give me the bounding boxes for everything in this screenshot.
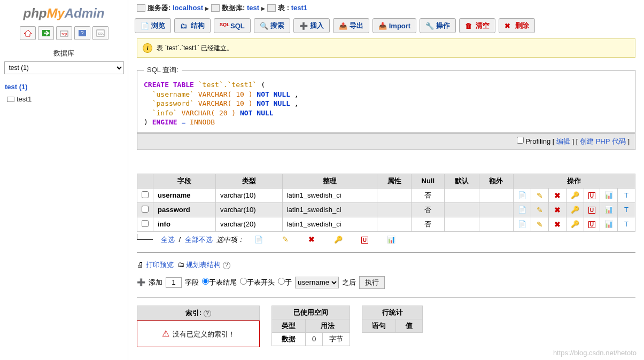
tabs: 📄浏览 🗂结构 SQLSQL 🔍搜索 ➕插入 📤导出 📥Import 🔧操作 🗑… [128, 18, 644, 38]
fulltext-icon[interactable]: T [622, 220, 631, 228]
table-row: username varchar(10) latin1_swedish_ci 否… [137, 188, 635, 202]
sql-footer: Profiling [ 编辑 ] [ 创建 PHP 代码 ] [137, 133, 635, 150]
primary-icon[interactable]: 🔑 [571, 191, 579, 199]
fulltext-icon[interactable]: T [622, 206, 631, 213]
go-button[interactable]: 执行 [359, 276, 385, 289]
index-icon[interactable]: 📊 [604, 191, 613, 199]
help-icon[interactable]: ? [204, 310, 211, 317]
breadcrumb-server[interactable]: localhost [173, 4, 203, 12]
query-window-icon[interactable]: SQL [92, 26, 108, 40]
browse-icon[interactable]: 📄 [518, 206, 526, 213]
browse-selected-icon[interactable]: 📄 [254, 236, 263, 244]
warning-icon: ⚠ [162, 329, 169, 338]
sql-code: CREATE TABLE `test`.`test1` ( `username`… [144, 79, 629, 132]
drop-icon[interactable]: ✖ [553, 220, 562, 228]
browse-icon[interactable]: 📄 [518, 220, 526, 228]
svg-marker-0 [24, 30, 32, 36]
print-preview-link[interactable]: 打印预览 [146, 261, 174, 269]
drop-icon[interactable]: ✖ [553, 206, 562, 213]
table-row: password varchar(10) latin1_swedish_ci 否… [137, 202, 635, 217]
tab-empty[interactable]: 🗑清空 [459, 18, 495, 33]
row-checkbox[interactable] [142, 220, 149, 227]
logo: phpMyAdmin [2, 3, 126, 26]
breadcrumb-table[interactable]: test1 [291, 4, 307, 12]
print-propose-row: 🖨 打印预览 🗂 规划表结构 ? [137, 258, 635, 274]
row-checkbox[interactable] [142, 206, 149, 213]
watermark: https://blog.csdn.net/hetoto [553, 349, 637, 357]
help-icon[interactable]: ? [223, 262, 230, 269]
propose-structure-link[interactable]: 规划表结构 [186, 261, 221, 269]
create-php-link[interactable]: 创建 PHP 代码 [580, 137, 626, 145]
after-field-select[interactable]: username [295, 277, 339, 288]
breadcrumb: 服务器: localhost ▸ 数据库: test ▸ 表 : test1 [128, 0, 644, 18]
select-all-link[interactable]: 全选 [161, 236, 175, 244]
primary-icon[interactable]: 🔑 [571, 206, 579, 213]
row-stats-table: 行统计 语句值 [362, 306, 423, 333]
edit-icon[interactable]: ✎ [536, 191, 544, 199]
index-selected-icon[interactable]: 📊 [386, 236, 396, 244]
tab-drop[interactable]: ✖删除 [499, 18, 535, 33]
database-select[interactable]: test (1) [4, 61, 124, 74]
at-end-radio[interactable] [202, 278, 209, 285]
table-list-item[interactable]: test1 [2, 93, 126, 105]
space-usage-table: 已使用空间 类型用法 数据0字节 [271, 306, 350, 346]
tab-sql[interactable]: SQLSQL [214, 18, 251, 33]
sidebar-icons: SQL ? SQL [2, 26, 126, 45]
unique-icon[interactable]: U [588, 221, 595, 228]
index-icon[interactable]: 📊 [604, 220, 613, 228]
sql-query-box: SQL 查询: CREATE TABLE `test`.`test1` ( `u… [137, 65, 635, 133]
edit-sql-link[interactable]: 编辑 [556, 137, 570, 145]
table-icon [267, 4, 276, 12]
add-field-icon: ➕ [137, 278, 145, 286]
no-index-warning: ⚠没有已定义的索引！ [137, 320, 260, 347]
svg-text:SQL: SQL [61, 33, 68, 36]
tab-operations[interactable]: 🔧操作 [420, 18, 456, 33]
drop-icon[interactable]: ✖ [553, 191, 562, 199]
profiling-checkbox[interactable] [517, 137, 524, 144]
tab-search[interactable]: 🔍搜索 [254, 18, 290, 33]
tab-browse[interactable]: 📄浏览 [135, 18, 171, 33]
database-icon [211, 4, 220, 12]
database-label: 数据库 [2, 45, 126, 61]
add-fields-row: ➕添加 字段 于表结尾 于表开头 于 username 之后 执行 [137, 274, 635, 295]
print-icon: 🖨 [137, 261, 144, 269]
tab-export[interactable]: 📤导出 [333, 18, 369, 33]
table-row: info varchar(20) latin1_swedish_ci 否 📄 ✎… [137, 217, 635, 231]
at-begin-radio[interactable] [240, 278, 247, 285]
edit-icon[interactable]: ✎ [536, 206, 544, 213]
home-icon[interactable] [20, 26, 36, 40]
primary-selected-icon[interactable]: 🔑 [333, 236, 343, 244]
current-database[interactable]: test (1) [2, 82, 126, 93]
unselect-all-link[interactable]: 全部不选 [185, 236, 213, 244]
browse-icon[interactable]: 📄 [518, 191, 526, 199]
tab-structure[interactable]: 🗂结构 [174, 18, 211, 33]
after-radio[interactable] [278, 278, 285, 285]
indexes-title: 索引: ? [137, 306, 260, 320]
sql-legend: SQL 查询: [144, 65, 182, 75]
drop-selected-icon[interactable]: ✖ [307, 235, 316, 244]
edit-selected-icon[interactable]: ✎ [281, 235, 290, 244]
exit-icon[interactable] [38, 26, 54, 40]
edit-icon[interactable]: ✎ [536, 220, 544, 228]
unique-icon[interactable]: U [588, 207, 595, 214]
row-checkbox[interactable] [142, 191, 149, 198]
unique-icon[interactable]: U [588, 192, 595, 199]
tab-import[interactable]: 📥Import [373, 18, 416, 33]
structure-table: 字段 类型 整理 属性 Null 默认 额外 操作 username varch… [137, 174, 635, 232]
info-icon: i [143, 43, 152, 53]
add-count-input[interactable] [166, 277, 182, 288]
help-icon[interactable]: ? [74, 26, 90, 40]
table-icon [7, 97, 14, 102]
primary-icon[interactable]: 🔑 [571, 220, 579, 228]
sql-icon[interactable]: SQL [56, 26, 72, 40]
tab-insert[interactable]: ➕插入 [293, 18, 330, 33]
propose-icon: 🗂 [177, 261, 184, 269]
index-icon[interactable]: 📊 [604, 206, 613, 213]
unique-selected-icon[interactable]: U [361, 237, 368, 244]
success-message: i 表 `test`.`test1` 已经建立。 [137, 38, 635, 58]
breadcrumb-db[interactable]: test [247, 4, 259, 12]
fulltext-icon[interactable]: T [622, 191, 631, 199]
svg-text:SQL: SQL [98, 32, 105, 35]
with-selected-row: 全选 / 全部不选 选中项： 📄 ✎ ✖ 🔑 U 📊 [137, 232, 635, 250]
svg-text:?: ? [81, 30, 84, 36]
